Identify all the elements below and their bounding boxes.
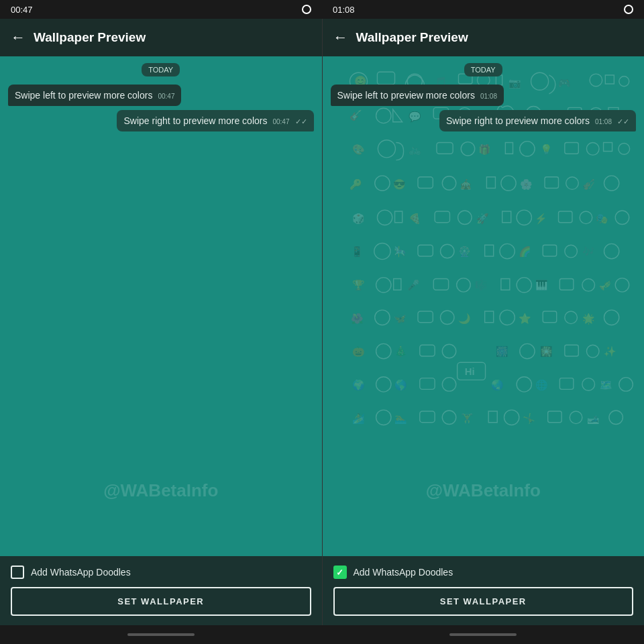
svg-point-92: [604, 310, 619, 325]
svg-point-119: [376, 410, 390, 425]
svg-rect-48: [435, 211, 449, 223]
svg-point-73: [456, 278, 470, 292]
svg-text:🎪: 🎪: [460, 178, 472, 191]
chat-area-right: 😊 🎵 📷 🎮 🎸: [323, 56, 645, 556]
msg-text-sent-right: Swipe right to preview more colors: [446, 115, 590, 126]
svg-text:🏋️: 🏋️: [461, 413, 474, 425]
svg-point-107: [376, 377, 390, 392]
svg-text:🎼: 🎼: [474, 279, 487, 291]
svg-rect-93: [457, 362, 485, 380]
svg-point-28: [519, 142, 534, 156]
svg-text:🌙: 🌙: [458, 313, 471, 325]
svg-rect-109: [419, 378, 434, 390]
svg-text:🎭: 🎭: [596, 213, 608, 225]
svg-text:🔑: 🔑: [349, 178, 362, 191]
svg-text:🎇: 🎇: [539, 345, 552, 358]
svg-point-49: [458, 211, 471, 224]
checkmark-icon: ✓: [336, 568, 343, 578]
svg-text:🌏: 🌏: [490, 379, 503, 391]
svg-text:⚡: ⚡: [535, 213, 547, 225]
svg-text:🗺️: 🗺️: [599, 379, 612, 391]
top-bar-right: ← Wallpaper Preview: [323, 19, 645, 56]
svg-text:🎡: 🎡: [458, 246, 471, 258]
svg-text:😎: 😎: [392, 178, 405, 191]
svg-text:🎨: 🎨: [352, 144, 365, 156]
msg-time-sent-right: 01:08: [595, 118, 612, 125]
msg-ticks-left: ✓✓: [295, 117, 307, 126]
watermark-right: @WABetaInfo: [323, 480, 645, 501]
svg-text:🚀: 🚀: [476, 213, 488, 225]
checkbox-right[interactable]: ✓: [333, 566, 347, 579]
svg-point-122: [442, 411, 455, 424]
set-wallpaper-btn-left[interactable]: SET WALLPAPER: [11, 587, 311, 616]
svg-text:🎆: 🎆: [496, 345, 508, 358]
circle-icon-left: [302, 5, 311, 14]
checkbox-row-left[interactable]: Add WhatsApp Doodles: [11, 566, 311, 579]
phone-screen-left: ← Wallpaper Preview TODAY Swipe left to …: [0, 19, 323, 625]
svg-text:🌟: 🌟: [582, 313, 594, 325]
svg-point-51: [517, 210, 531, 225]
bottom-panel-right: ✓ Add WhatsApp Doodles SET WALLPAPER: [323, 556, 645, 625]
svg-text:🎮: 🎮: [558, 77, 571, 89]
screens-container: ← Wallpaper Preview TODAY Swipe left to …: [0, 19, 644, 625]
svg-text:🎻: 🎻: [582, 178, 594, 191]
msg-text-sent-left: Swipe right to preview more colors: [123, 115, 267, 126]
svg-point-68: [604, 244, 619, 258]
svg-text:🌐: 🌐: [535, 379, 548, 391]
svg-rect-89: [543, 311, 556, 323]
svg-rect-30: [564, 143, 578, 154]
svg-point-80: [615, 278, 629, 292]
svg-point-11: [619, 76, 629, 87]
svg-point-63: [499, 244, 514, 258]
svg-point-66: [564, 245, 577, 258]
svg-text:🎃: 🎃: [352, 345, 365, 358]
back-button-right[interactable]: ←: [333, 29, 348, 46]
nav-indicator-left: [127, 633, 195, 636]
back-button-left[interactable]: ←: [11, 29, 25, 46]
time-left: 00:47: [11, 5, 33, 15]
svg-point-112: [517, 377, 531, 392]
msg-text-received-right: Swipe left to preview more colors: [337, 90, 475, 101]
svg-text:🦋: 🦋: [393, 313, 406, 325]
svg-point-13: [376, 108, 390, 123]
svg-point-96: [376, 343, 390, 358]
msg-text-received-left: Swipe left to preview more colors: [15, 90, 152, 101]
svg-text:💡: 💡: [539, 144, 552, 156]
svg-text:🤸: 🤸: [523, 413, 535, 425]
nav-bar: [0, 625, 644, 644]
svg-point-110: [442, 378, 455, 391]
svg-text:🏄: 🏄: [352, 413, 365, 425]
svg-point-26: [461, 142, 474, 156]
svg-point-42: [566, 177, 578, 190]
svg-point-10: [590, 74, 602, 87]
screen-title-right: Wallpaper Preview: [356, 30, 468, 45]
svg-rect-25: [436, 143, 452, 154]
phone-screen-right: ← Wallpaper Preview 😊 🎵 📷: [323, 19, 645, 625]
svg-point-32: [618, 143, 629, 154]
svg-point-101: [519, 343, 534, 358]
svg-text:📷: 📷: [508, 77, 521, 89]
checkbox-row-right[interactable]: ✓ Add WhatsApp Doodles: [333, 566, 634, 579]
svg-point-124: [504, 410, 519, 425]
svg-rect-36: [417, 177, 432, 189]
svg-point-39: [500, 176, 515, 191]
svg-text:🌺: 🌺: [351, 313, 364, 325]
svg-rect-84: [417, 311, 432, 323]
svg-rect-2: [377, 72, 394, 85]
svg-rect-65: [543, 245, 556, 256]
top-bar-left: ← Wallpaper Preview: [0, 19, 322, 56]
svg-point-58: [374, 243, 390, 259]
svg-rect-53: [558, 211, 572, 223]
set-wallpaper-btn-right[interactable]: SET WALLPAPER: [333, 587, 634, 616]
circle-icon-right: [624, 5, 633, 14]
checkbox-left[interactable]: [11, 566, 24, 579]
svg-text:🌍: 🌍: [352, 379, 365, 391]
svg-point-23: [378, 140, 395, 158]
svg-point-61: [440, 244, 453, 258]
svg-point-54: [580, 211, 592, 224]
checkbox-label-right: Add WhatsApp Doodles: [354, 567, 453, 578]
svg-text:🎁: 🎁: [478, 144, 491, 156]
status-bar-right: 01:08: [322, 5, 644, 15]
svg-text:🎺: 🎺: [599, 279, 612, 291]
svg-text:🚲: 🚲: [409, 144, 421, 156]
